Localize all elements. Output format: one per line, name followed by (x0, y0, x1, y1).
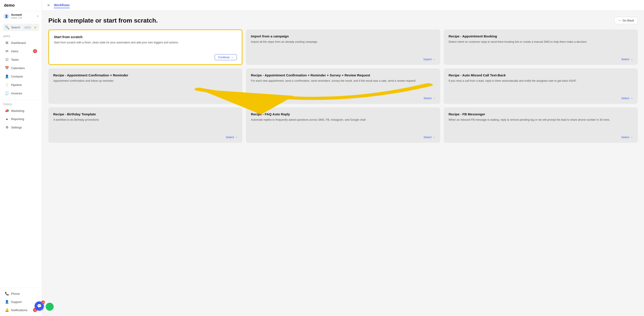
select-link[interactable]: Select → (424, 136, 435, 139)
lightning-icon: ⚡ (33, 26, 37, 29)
sidebar-item-settings[interactable]: ⚙ Settings (1, 123, 40, 131)
card-action: Select → (53, 136, 238, 139)
sidebar-item-label: Notifications (11, 309, 28, 312)
page-area: Pick a template or start from scratch. ←… (42, 11, 644, 316)
chat-badge: 4 (41, 301, 45, 304)
select-link[interactable]: Select → (226, 97, 238, 100)
card-description: If you miss a call from a lead, reply to… (449, 79, 633, 93)
template-card-birthday[interactable]: Recipe - Birthday Template A workflow to… (48, 107, 242, 143)
sidebar-item-tasks[interactable]: ☑ Tasks (1, 56, 40, 64)
tasks-icon: ☑ (5, 58, 9, 62)
calendar-icon: 📅 (5, 66, 9, 70)
template-grid: Start from scratch Start from scratch wi… (48, 29, 638, 143)
sidebar-item-contacts[interactable]: 👤 Contacts (1, 72, 40, 80)
inbox-icon: ✉ (5, 49, 9, 53)
template-card-start-from-scratch[interactable]: Start from scratch Start from scratch wi… (48, 29, 242, 65)
template-card-appt-confirmation-survey[interactable]: Recipe - Appointment Confirmation + Remi… (246, 68, 440, 104)
tools-section-label: Tools (0, 101, 42, 107)
template-section: Start from scratch Start from scratch wi… (48, 29, 638, 143)
card-action: Select → (449, 58, 633, 61)
card-description: Import all the steps from an already exi… (251, 40, 435, 54)
chat-icon: 💬 (37, 304, 42, 309)
select-link[interactable]: Select → (621, 58, 633, 61)
import-link[interactable]: Import → (423, 58, 435, 61)
template-card-fb-messenger[interactable]: Recipe - FB Messenger When an inbound FB… (444, 107, 638, 143)
search-icon: 🔍 (5, 25, 9, 29)
search-bar[interactable]: 🔍 Search ctrl K ⚡ (3, 24, 39, 31)
search-label: Search (11, 26, 22, 29)
sidebar-item-label: Settings (11, 126, 22, 129)
sidebar-item-phone[interactable]: 📞 Phone (1, 290, 40, 298)
page-title: Pick a template or start from scratch. (48, 17, 158, 24)
online-indicator (46, 303, 54, 311)
card-action: Select → (449, 97, 633, 100)
apps-section-label: Apps (0, 33, 42, 38)
contacts-icon: 👤 (5, 74, 9, 78)
go-back-button[interactable]: ← Go Back (614, 17, 638, 24)
template-card-appt-confirmation[interactable]: Recipe - Appointment Confirmation + Remi… (48, 68, 242, 104)
pipeline-icon: ⋮ (5, 83, 9, 87)
sidebar-item-marketing[interactable]: 📣 Marketing (1, 107, 40, 115)
search-shortcut: ctrl K (24, 26, 32, 29)
select-link[interactable]: Select → (424, 97, 435, 100)
account-avatar: 👤 (4, 13, 9, 19)
card-action: Continue → (54, 54, 237, 60)
sidebar-item-calendars[interactable]: 📅 Calendars (1, 64, 40, 72)
select-link[interactable]: Select → (226, 136, 238, 139)
arrow-left-icon: ← (618, 19, 622, 22)
sidebar-item-reporting[interactable]: ● Reporting (1, 115, 40, 123)
sidebar-item-inbox[interactable]: ✉ Inbox 2 (1, 47, 40, 55)
reporting-icon: ● (5, 117, 9, 121)
sidebar-item-label: Inbox (11, 50, 18, 53)
top-nav: ≡ Workflows (42, 0, 644, 11)
sidebar-item-label: Marketing (11, 109, 24, 113)
card-action: Select → (53, 97, 238, 100)
card-title: Recipe - FAQ Auto Reply (251, 112, 435, 116)
inbox-badge: 2 (33, 49, 37, 53)
sidebar-item-label: Support (11, 300, 22, 304)
notifications-icon: 🔔 (5, 308, 9, 312)
sidebar-divider (0, 99, 42, 99)
card-title: Recipe - Appointment Booking (449, 34, 633, 38)
continue-button[interactable]: Continue → (215, 54, 237, 60)
sidebar-item-label: Tasks (11, 58, 19, 61)
support-icon: 👤 (5, 300, 9, 304)
account-info: Account Irvine, CA (11, 13, 35, 19)
sidebar-item-label: Contacts (11, 75, 23, 78)
sidebar-item-dashboard[interactable]: ⊞ Dashboard (1, 39, 40, 47)
card-description: Automate replies to frequently asked que… (251, 118, 435, 132)
sidebar-item-pipeline[interactable]: ⋮ Pipeline (1, 81, 40, 89)
card-description: Start from scratch with a fresh, clean s… (54, 40, 237, 51)
sidebar-item-label: Reporting (11, 117, 24, 121)
select-link[interactable]: Select → (621, 136, 633, 139)
app-logo: demo (0, 0, 42, 11)
template-card-import-campaign[interactable]: Import from a campaign Import all the st… (246, 29, 440, 65)
template-card-appointment-booking[interactable]: Recipe - Appointment Booking Detect inte… (444, 29, 638, 65)
card-action: Import → (251, 58, 435, 61)
hamburger-icon[interactable]: ≡ (48, 3, 50, 7)
card-title: Recipe - FB Messenger (449, 112, 633, 116)
card-description: Detect intent on customer reply to send … (449, 40, 633, 54)
template-card-missed-call[interactable]: Recipe - Auto Missed Call Text-Back If y… (444, 68, 638, 104)
card-description: A workflow to do Birthday promotions (53, 118, 238, 132)
chevron-down-icon: ▾ (37, 15, 38, 18)
select-link[interactable]: Select → (621, 97, 633, 100)
card-title: Start from scratch (54, 35, 237, 39)
tab-workflows[interactable]: Workflows (54, 2, 70, 8)
template-card-faq[interactable]: Recipe - FAQ Auto Reply Automate replies… (246, 107, 440, 143)
invoices-icon: 🧾 (5, 91, 9, 95)
page-header: Pick a template or start from scratch. ←… (48, 17, 638, 24)
dashboard-icon: ⊞ (5, 41, 9, 45)
chat-bubble[interactable]: 💬 4 (34, 301, 44, 311)
card-title: Recipe - Appointment Confirmation + Remi… (53, 73, 238, 77)
arrow-right-icon: → (231, 56, 234, 59)
account-name: Account (11, 13, 35, 16)
sidebar: demo 👤 Account Irvine, CA ▾ 🔍 Search ctr… (0, 0, 42, 316)
account-switcher[interactable]: 👤 Account Irvine, CA ▾ (0, 11, 42, 21)
sidebar-item-label: Invoices (11, 92, 22, 95)
card-title: Recipe - Appointment Confirmation + Remi… (251, 73, 435, 77)
marketing-icon: 📣 (5, 109, 9, 113)
sidebar-item-label: Calendars (11, 66, 25, 70)
card-description: For each new appointment, send a confirm… (251, 79, 435, 93)
sidebar-item-invoices[interactable]: 🧾 Invoices (1, 89, 40, 97)
